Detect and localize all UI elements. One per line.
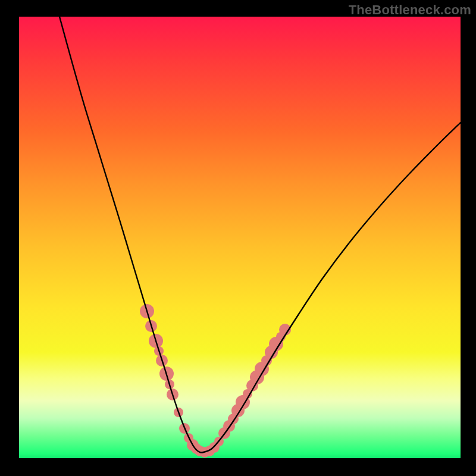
marker-layer: [140, 304, 291, 458]
chart-svg: [19, 17, 461, 458]
chart-canvas: TheBottleneck.com: [0, 0, 476, 476]
plot-area: [19, 17, 461, 458]
watermark-label: TheBottleneck.com: [349, 2, 471, 18]
bottleneck-curve: [60, 17, 461, 453]
